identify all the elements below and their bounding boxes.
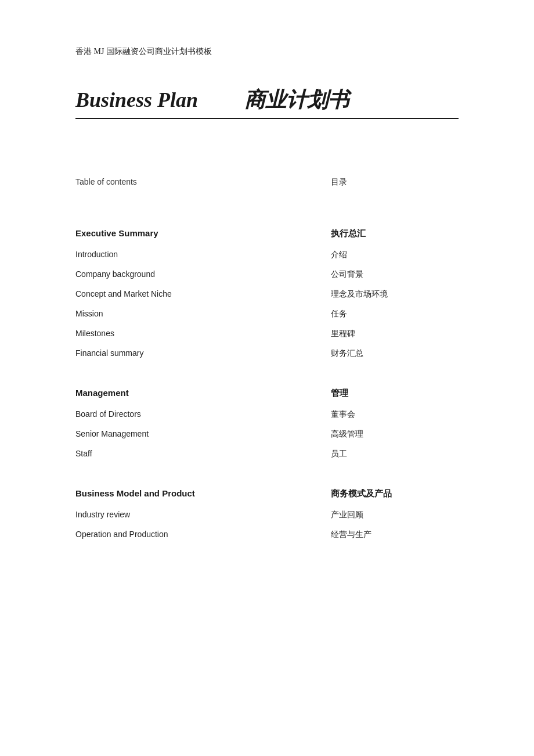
page: 香港 MJ 国际融资公司商业计划书模板 Business Plan 商业计划书 … [0, 0, 534, 756]
toc-item-en-management-0: Board of Directors [75, 409, 238, 419]
section-business-model: Business Model and Product商务模式及产品Industr… [75, 483, 459, 540]
toc-item-cn-business-model-0: 产业回顾 [331, 510, 363, 520]
toc-item-cn-business-model-1: 经营与生产 [331, 530, 371, 540]
subtitle: 香港 MJ 国际融资公司商业计划书模板 [75, 46, 459, 57]
toc-item-en-management-2: Staff [75, 449, 238, 458]
section-management: Management管理Board of Directors董事会Senior … [75, 382, 459, 459]
toc-item-cn-management-2: 员工 [331, 449, 347, 459]
toc-item-cn-executive-summary-4: 里程碑 [331, 329, 355, 339]
toc-item-en-executive-summary-3: Mission [75, 309, 238, 318]
toc-row-management-2: Staff员工 [75, 449, 459, 459]
section-header-management: Management管理 [75, 382, 459, 399]
section-title-en-executive-summary: Executive Summary [75, 228, 238, 238]
toc-item-cn-executive-summary-3: 任务 [331, 309, 347, 319]
toc-row-management-0: Board of Directors董事会 [75, 409, 459, 420]
toc-item-en-executive-summary-5: Financial summary [75, 348, 238, 358]
section-title-cn-executive-summary: 执行总汇 [331, 228, 366, 239]
toc-item-cn-executive-summary-2: 理念及市场环境 [331, 289, 388, 300]
toc-row-management-1: Senior Management高级管理 [75, 429, 459, 440]
toc-item-cn-management-1: 高级管理 [331, 429, 363, 440]
toc-row-executive-summary-1: Company background公司背景 [75, 269, 459, 280]
toc-row-executive-summary-5: Financial summary财务汇总 [75, 348, 459, 359]
toc-row-executive-summary-0: Introduction介绍 [75, 250, 459, 260]
toc-item-en-business-model-1: Operation and Production [75, 530, 238, 539]
toc-item-en-executive-summary-1: Company background [75, 269, 238, 279]
toc-item-cn-management-0: 董事会 [331, 409, 355, 420]
toc-header: Table of contents 目录 [75, 177, 459, 188]
toc-row-business-model-1: Operation and Production经营与生产 [75, 530, 459, 540]
sections-container: Executive Summary执行总汇Introduction介绍Compa… [75, 222, 459, 540]
toc-row-executive-summary-4: Milestones里程碑 [75, 329, 459, 339]
toc-row-executive-summary-3: Mission任务 [75, 309, 459, 319]
toc-item-en-executive-summary-0: Introduction [75, 250, 238, 259]
toc-item-en-executive-summary-2: Concept and Market Niche [75, 289, 238, 298]
section-header-executive-summary: Executive Summary执行总汇 [75, 222, 459, 239]
section-title-en-business-model: Business Model and Product [75, 488, 238, 498]
toc-item-en-management-1: Senior Management [75, 429, 238, 438]
section-executive-summary: Executive Summary执行总汇Introduction介绍Compa… [75, 222, 459, 359]
toc-item-en-business-model-0: Industry review [75, 510, 238, 519]
toc-item-cn-executive-summary-5: 财务汇总 [331, 348, 363, 359]
toc-item-cn-executive-summary-1: 公司背景 [331, 269, 363, 280]
main-title: Business Plan 商业计划书 [75, 86, 459, 119]
main-title-en: Business Plan [75, 88, 198, 112]
section-title-en-management: Management [75, 388, 238, 398]
toc-item-cn-executive-summary-0: 介绍 [331, 250, 347, 260]
toc-header-cn: 目录 [331, 177, 347, 188]
toc-item-en-executive-summary-4: Milestones [75, 329, 238, 338]
section-title-cn-business-model: 商务模式及产品 [331, 488, 392, 499]
toc-row-executive-summary-2: Concept and Market Niche理念及市场环境 [75, 289, 459, 300]
toc-header-en: Table of contents [75, 177, 238, 188]
section-header-business-model: Business Model and Product商务模式及产品 [75, 483, 459, 499]
section-title-cn-management: 管理 [331, 388, 348, 399]
main-title-cn: 商业计划书 [244, 86, 349, 114]
toc-row-business-model-0: Industry review产业回顾 [75, 510, 459, 520]
